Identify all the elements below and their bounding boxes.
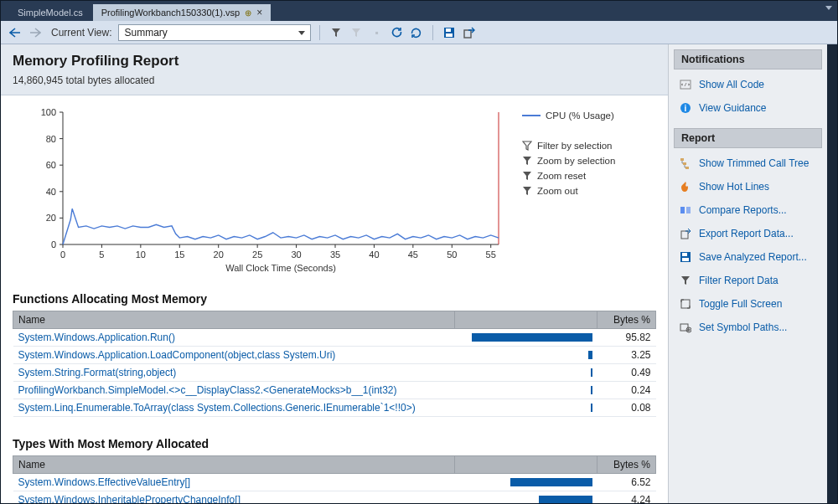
side-action-save-analyzed-report[interactable]: Save Analyzed Report... bbox=[674, 245, 822, 269]
col-name[interactable]: Name bbox=[13, 456, 455, 474]
table-row: System.Windows.EffectiveValueEntry[]6.52 bbox=[13, 474, 656, 491]
side-action-label: Show All Code bbox=[699, 79, 764, 90]
cpu-usage-chart[interactable]: 0204060801000510152025303540455055Wall C… bbox=[13, 107, 507, 277]
percentage-bar bbox=[539, 496, 592, 503]
side-action-label: Show Trimmed Call Tree bbox=[699, 157, 809, 169]
stop-icon: ▪ bbox=[369, 25, 384, 40]
function-link[interactable]: System.Windows.EffectiveValueEntry[] bbox=[13, 474, 455, 491]
svg-text:i: i bbox=[685, 104, 687, 113]
side-action-show-hot-lines[interactable]: Show Hot Lines bbox=[674, 175, 822, 198]
zoom-by-selection-action[interactable]: Zoom by selection bbox=[522, 156, 656, 166]
side-action-show-all-code[interactable]: Show All Code bbox=[674, 73, 822, 96]
close-icon[interactable]: × bbox=[256, 8, 262, 18]
tab-simplemodel[interactable]: SimpleModel.cs bbox=[9, 4, 91, 21]
svg-rect-56 bbox=[681, 300, 690, 308]
svg-rect-48 bbox=[683, 162, 686, 165]
col-bytes[interactable]: Bytes % bbox=[597, 311, 656, 329]
pct-value: 0.49 bbox=[597, 364, 656, 382]
tab-profiling-report[interactable]: ProfilingWorkbanch150330(1).vsp ⊕ × bbox=[93, 4, 272, 21]
svg-text:55: 55 bbox=[486, 249, 496, 260]
zoom-reset-action[interactable]: Zoom reset bbox=[522, 171, 656, 181]
current-view-label: Current View: bbox=[51, 27, 111, 39]
svg-text:Wall Clock Time (Seconds): Wall Clock Time (Seconds) bbox=[225, 263, 336, 273]
side-action-label: Compare Reports... bbox=[699, 204, 787, 216]
fullscreen-icon bbox=[679, 297, 692, 311]
side-action-show-trimmed-call-tree[interactable]: Show Trimmed Call Tree bbox=[674, 152, 822, 175]
functions-section-title: Functions Allocating Most Memory bbox=[13, 292, 656, 306]
pct-value: 4.24 bbox=[597, 491, 656, 504]
svg-text:20: 20 bbox=[214, 249, 224, 260]
side-action-toggle-full-screen[interactable]: Toggle Full Screen bbox=[674, 292, 822, 316]
tab-label: SimpleModel.cs bbox=[18, 8, 83, 18]
tree-icon bbox=[679, 157, 692, 170]
allocation-subtitle: 14,860,945 total bytes allocated bbox=[13, 75, 656, 86]
functions-table: Name Bytes % System.Windows.Application.… bbox=[13, 311, 656, 417]
svg-text:80: 80 bbox=[46, 134, 56, 144]
svg-text:35: 35 bbox=[330, 249, 340, 260]
chart-legend: CPU (% Usage) Filter by selection Zoom b… bbox=[522, 107, 656, 277]
notifications-head: Notifications bbox=[674, 49, 822, 69]
table-row: System.String.Format(string,object)0.49 bbox=[13, 364, 656, 382]
pct-value: 6.52 bbox=[597, 474, 656, 491]
svg-rect-54 bbox=[682, 253, 687, 256]
svg-text:15: 15 bbox=[174, 249, 184, 260]
pin-icon[interactable]: ⊕ bbox=[245, 8, 251, 18]
content-area: Memory Profiling Report 14,860,945 total… bbox=[1, 44, 837, 503]
side-action-label: Save Analyzed Report... bbox=[699, 251, 807, 263]
function-link[interactable]: ProfilingWorkbanch.SimpleModel.<>c__Disp… bbox=[13, 382, 455, 399]
pct-value: 95.82 bbox=[597, 329, 656, 347]
svg-rect-52 bbox=[681, 231, 688, 239]
col-bytes[interactable]: Bytes % bbox=[597, 456, 656, 474]
side-action-set-symbol-paths[interactable]: Set Symbol Paths... bbox=[674, 316, 822, 339]
tab-overflow-icon[interactable] bbox=[825, 6, 832, 10]
svg-text:50: 50 bbox=[447, 249, 457, 260]
view-dropdown[interactable]: Summary bbox=[118, 24, 311, 41]
percentage-bar bbox=[588, 351, 592, 359]
save-icon[interactable] bbox=[442, 25, 457, 40]
table-row: System.Windows.InheritablePropertyChange… bbox=[13, 491, 656, 504]
nav-forward-button[interactable] bbox=[28, 25, 43, 40]
filter-by-selection-action[interactable]: Filter by selection bbox=[522, 141, 656, 151]
side-action-label: View Guidance bbox=[699, 102, 767, 114]
refresh-alt-icon[interactable] bbox=[409, 25, 424, 40]
flame-icon bbox=[679, 180, 692, 193]
funnel-icon bbox=[679, 274, 692, 287]
zoom-out-action[interactable]: Zoom out bbox=[522, 186, 656, 196]
svg-rect-55 bbox=[682, 258, 689, 261]
filter-disabled-icon bbox=[349, 25, 364, 40]
side-action-compare-reports[interactable]: Compare Reports... bbox=[674, 198, 822, 222]
function-link[interactable]: System.Windows.Application.Run() bbox=[13, 329, 455, 347]
svg-rect-2 bbox=[446, 33, 453, 37]
svg-text:25: 25 bbox=[252, 249, 262, 260]
svg-text:30: 30 bbox=[291, 249, 301, 260]
compare-icon bbox=[679, 203, 692, 217]
side-action-filter-report-data[interactable]: Filter Report Data bbox=[674, 269, 822, 292]
col-name[interactable]: Name bbox=[13, 311, 455, 329]
side-action-label: Set Symbol Paths... bbox=[699, 321, 787, 333]
side-action-export-report-data[interactable]: Export Report Data... bbox=[674, 222, 822, 245]
function-link[interactable]: System.Windows.InheritablePropertyChange… bbox=[13, 491, 455, 504]
legend-label: CPU (% Usage) bbox=[546, 111, 614, 121]
function-link[interactable]: System.String.Format(string,object) bbox=[13, 364, 455, 382]
percentage-bar bbox=[591, 386, 592, 394]
function-link[interactable]: System.Windows.Application.LoadComponent… bbox=[13, 347, 455, 364]
export-icon[interactable] bbox=[462, 25, 477, 40]
separator bbox=[319, 25, 320, 40]
table-row: System.Windows.Application.Run()95.82 bbox=[13, 329, 656, 347]
svg-text:20: 20 bbox=[46, 213, 56, 223]
function-link[interactable]: System.Linq.Enumerable.ToArray(class Sys… bbox=[13, 399, 455, 417]
frame-border-right bbox=[827, 44, 837, 503]
side-action-label: Toggle Full Screen bbox=[699, 298, 782, 310]
percentage-bar bbox=[591, 404, 592, 412]
svg-rect-49 bbox=[685, 167, 689, 169]
code-icon bbox=[679, 78, 692, 91]
filter-icon[interactable] bbox=[328, 25, 344, 40]
percentage-bar bbox=[591, 368, 592, 377]
nav-back-button[interactable] bbox=[8, 25, 23, 40]
svg-rect-3 bbox=[464, 30, 471, 38]
side-action-view-guidance[interactable]: iView Guidance bbox=[674, 96, 822, 120]
view-dropdown-value: Summary bbox=[124, 27, 167, 39]
pct-value: 0.24 bbox=[597, 382, 656, 399]
page-title: Memory Profiling Report bbox=[13, 53, 656, 69]
refresh-icon[interactable] bbox=[389, 25, 404, 40]
